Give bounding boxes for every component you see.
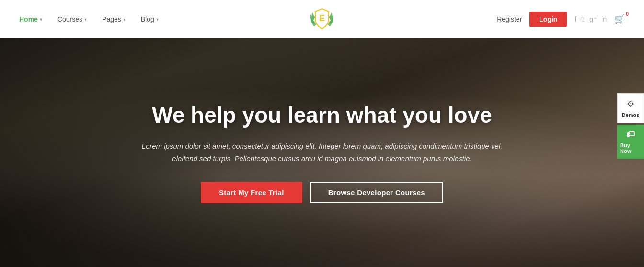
nav-right: Register Login f 𝕥 g⁺ in 🛒 0 (497, 12, 625, 27)
hero-section: We help you learn what you love Lorem ip… (0, 38, 644, 267)
googleplus-icon[interactable]: g⁺ (589, 15, 597, 23)
tag-icon: 🏷 (626, 129, 635, 139)
hero-buttons: Start My Free Trial Browse Developer Cou… (135, 182, 509, 203)
social-links: f 𝕥 g⁺ in (575, 15, 607, 23)
nav-item-home[interactable]: Home ▾ (19, 15, 42, 23)
nav-item-blog[interactable]: Blog ▾ (141, 15, 159, 23)
nav-blog-label: Blog (141, 15, 154, 23)
gear-icon: ⚙ (627, 99, 634, 109)
buynow-panel[interactable]: 🏷 Buy Now (617, 125, 644, 159)
login-button[interactable]: Login (529, 12, 567, 27)
linkedin-icon[interactable]: in (601, 15, 607, 23)
facebook-icon[interactable]: f (575, 15, 576, 23)
register-link[interactable]: Register (497, 15, 522, 23)
hero-content: We help you learn what you love Lorem ip… (116, 102, 528, 203)
buynow-label: Buy Now (620, 142, 641, 154)
cart-badge: 0 (626, 11, 629, 17)
nav-item-courses[interactable]: Courses ▾ (58, 15, 87, 23)
start-trial-button[interactable]: Start My Free Trial (201, 182, 302, 203)
nav-item-pages[interactable]: Pages ▾ (102, 15, 126, 23)
nav-home-chevron: ▾ (40, 17, 42, 22)
cart-icon[interactable]: 🛒 0 (614, 14, 625, 24)
nav-pages-chevron: ▾ (123, 17, 126, 22)
nav-pages-label: Pages (102, 15, 121, 23)
nav-courses-chevron: ▾ (84, 17, 87, 22)
nav-left: Home ▾ Courses ▾ Pages ▾ Blog ▾ (19, 15, 159, 23)
site-logo[interactable]: E (307, 4, 337, 35)
logo-center: E (307, 4, 337, 35)
nav-home-label: Home (19, 15, 38, 23)
navbar: Home ▾ Courses ▾ Pages ▾ Blog ▾ (0, 0, 644, 38)
nav-blog-chevron: ▾ (156, 17, 159, 22)
browse-courses-button[interactable]: Browse Developer Courses (310, 182, 443, 203)
nav-courses-label: Courses (58, 15, 82, 23)
twitter-icon[interactable]: 𝕥 (581, 15, 585, 23)
hero-title: We help you learn what you love (135, 102, 509, 128)
demos-panel[interactable]: ⚙ Demos (617, 93, 644, 123)
demos-label: Demos (622, 112, 640, 118)
svg-text:E: E (319, 13, 325, 23)
hero-subtitle: Lorem ipsum dolor sit amet, consectetur … (135, 140, 509, 164)
cart-symbol: 🛒 (614, 14, 625, 24)
